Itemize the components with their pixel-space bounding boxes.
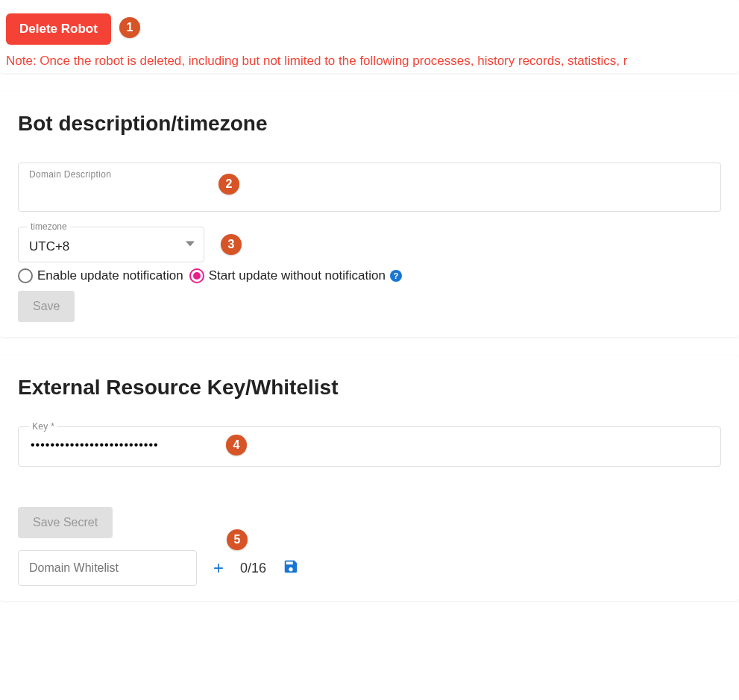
timezone-label: timezone	[28, 221, 70, 232]
section-heading-description: Bot description/timezone	[18, 112, 721, 136]
section-heading-external: External Resource Key/Whitelist	[18, 376, 721, 400]
external-resource-section: External Resource Key/Whitelist Key * 4 …	[0, 355, 739, 601]
radio-enable-label: Enable update notification	[37, 268, 183, 283]
domain-description-input[interactable]	[29, 183, 710, 198]
delete-warning-text: Note: Once the robot is deleted, includi…	[6, 54, 733, 69]
timezone-select[interactable]: timezone UTC+8	[18, 227, 204, 262]
add-whitelist-icon[interactable]: +	[213, 558, 224, 578]
chevron-down-icon	[186, 238, 195, 251]
step-marker-4: 4	[226, 435, 247, 455]
key-input[interactable]	[29, 438, 710, 453]
notification-radio-group: Enable update notification Start update …	[18, 268, 721, 283]
help-icon[interactable]: ?	[390, 270, 402, 282]
domain-description-label: Domain Description	[29, 169, 111, 180]
bot-description-section: Bot description/timezone Domain Descript…	[0, 91, 739, 337]
radio-enable-notification[interactable]	[18, 268, 33, 283]
domain-whitelist-input[interactable]	[18, 550, 197, 586]
radio-start-without-notification[interactable]	[189, 268, 204, 283]
whitelist-count: 0/16	[240, 561, 266, 576]
radio-start-label: Start update without notification	[209, 268, 386, 283]
step-marker-1: 1	[119, 17, 140, 38]
step-marker-3: 3	[221, 234, 242, 255]
key-field[interactable]: Key * 4	[18, 426, 721, 467]
key-label: Key *	[29, 421, 57, 432]
timezone-value: UTC+8	[29, 239, 69, 253]
delete-robot-button[interactable]: Delete Robot	[6, 13, 111, 45]
save-secret-button: Save Secret	[18, 507, 113, 538]
step-marker-2: 2	[218, 174, 239, 195]
domain-description-field[interactable]: Domain Description 2	[18, 163, 721, 212]
save-button: Save	[18, 291, 75, 322]
delete-robot-section: Delete Robot 1 Note: Once the robot is d…	[0, 0, 739, 73]
save-disk-icon[interactable]	[283, 558, 299, 578]
step-marker-5: 5	[227, 529, 248, 550]
